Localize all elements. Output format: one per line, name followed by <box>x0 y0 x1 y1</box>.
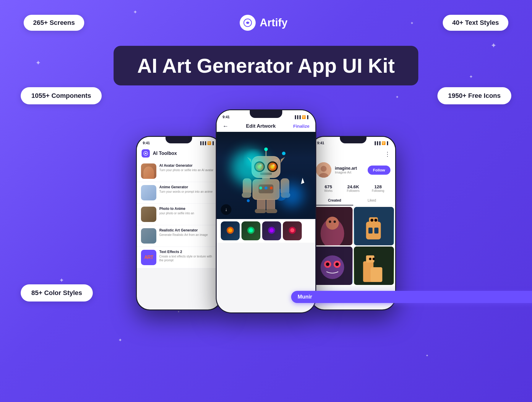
finalize-button[interactable]: Finalize <box>293 124 309 129</box>
svg-point-20 <box>265 187 267 189</box>
list-item[interactable]: Anime Generator Turn your words or promp… <box>137 182 221 204</box>
item-desc: your photo or selfie into an <box>159 211 217 215</box>
svg-point-8 <box>247 199 250 202</box>
svg-rect-11 <box>255 209 266 213</box>
svg-point-62 <box>371 219 374 222</box>
stat-number: 24.6K <box>341 184 366 189</box>
download-button[interactable]: ↓ <box>221 204 231 215</box>
logo-icon <box>240 15 256 31</box>
text-styles-badge: 40+ Text Styles <box>443 15 508 31</box>
svg-point-52 <box>321 166 327 172</box>
glow-cyan <box>231 150 267 185</box>
stat-number: 675 <box>316 184 341 189</box>
stat-number: 128 <box>366 184 390 189</box>
item-info-realistic: Realistic Art Generator Generate Realist… <box>159 228 217 237</box>
svg-point-1 <box>247 22 249 24</box>
svg-point-71 <box>335 262 339 266</box>
profile-info: imagine.art Imagine Art Follow <box>311 160 395 181</box>
item-info-photo-anime: Photo to Anime your photo or selfie into… <box>159 207 217 215</box>
svg-point-21 <box>270 187 273 189</box>
edit-artwork-title: Edit Artwork <box>246 123 275 129</box>
phone-center-screen: 9:41 ▐▐▐ 🛜 ▌ ← Edit Artwork Finalize <box>217 110 315 312</box>
profile-stats: 675 Works 24.6K Followers 128 Following <box>311 181 395 195</box>
list-item[interactable]: Realistic Art Generator Generate Realist… <box>137 225 221 247</box>
stat-followers: 24.6K Followers <box>341 184 366 192</box>
top-bar: 265+ Screens Artify 40+ Text Styles <box>0 15 532 31</box>
icons-badge: 1950+ Free Icons <box>437 87 511 104</box>
svg-rect-60 <box>366 222 381 239</box>
svg-point-63 <box>374 219 377 222</box>
thumbnail-item[interactable] <box>221 221 240 240</box>
item-title: Photo to Anime <box>159 207 217 211</box>
svg-point-75 <box>369 258 372 260</box>
item-thumb-anime <box>141 185 156 200</box>
main-title-container: AI Art Generator App UI Kit <box>113 46 418 85</box>
svg-point-39 <box>273 164 275 166</box>
more-options-icon[interactable]: ⋮ <box>385 150 390 158</box>
grid-item[interactable] <box>354 207 394 245</box>
stat-following: 128 Following <box>366 184 390 192</box>
svg-point-70 <box>326 262 330 266</box>
svg-point-6 <box>282 152 286 155</box>
thumbnail-item[interactable] <box>283 221 302 240</box>
thumbnail-item[interactable] <box>241 221 260 240</box>
phone-right: 9:41 ▐▐▐ 🛜 ▌ ⋮ <box>310 136 396 310</box>
back-button[interactable]: ← <box>223 123 228 129</box>
item-desc: Turn your photo or selfie into an AI ava… <box>159 168 217 172</box>
notch-left <box>166 137 192 143</box>
profile-username: imagine.art <box>335 166 364 171</box>
profile-handle: Imagine Art <box>335 171 364 174</box>
list-item[interactable]: ART Text Effects 2 Create a text effects… <box>137 247 221 268</box>
item-title: Realistic Art Generator <box>159 228 217 232</box>
svg-point-57 <box>329 221 331 223</box>
phones-container: 9:41 ▐▐▐ 🛜 ▌ AI Toolbox <box>0 109 532 313</box>
stat-works: 675 Works <box>316 184 341 192</box>
edit-artwork-header: ← Edit Artwork Finalize <box>217 120 315 132</box>
svg-rect-77 <box>371 267 382 282</box>
phone-left-screen: 9:41 ▐▐▐ 🛜 ▌ AI Toolbox <box>137 137 221 309</box>
toolbox-header: AI Toolbox <box>137 146 221 161</box>
cursor-icon <box>299 178 304 184</box>
artwork-main-image: ↓ <box>217 132 315 219</box>
glow-blue <box>280 184 304 207</box>
components-badge: 1055+ Components <box>21 87 102 104</box>
status-icons-center: ▐▐▐ 🛜 ▌ <box>294 115 309 119</box>
svg-point-46 <box>249 228 253 232</box>
profile-grid <box>311 206 395 286</box>
svg-rect-15 <box>242 192 251 198</box>
svg-rect-42 <box>274 159 278 162</box>
tab-created[interactable]: Created <box>316 195 353 205</box>
follow-button[interactable]: Follow <box>368 166 390 175</box>
avatar <box>316 162 331 178</box>
logo-text: Artify <box>260 17 288 29</box>
toolbox-logo <box>142 149 150 158</box>
grid-item[interactable] <box>312 207 353 245</box>
svg-point-67 <box>321 255 344 279</box>
item-thumb-avatar <box>141 163 156 179</box>
list-item[interactable]: AI Avatar Generator Turn your photo or s… <box>137 161 221 182</box>
screens-badge: 265+ Screens <box>24 15 84 31</box>
item-info-text: Text Effects 2 Create a text effects sty… <box>159 250 217 262</box>
svg-point-48 <box>270 228 274 232</box>
tab-liked[interactable]: Liked <box>353 195 390 205</box>
stat-label: Works <box>316 189 341 192</box>
munir-badge: Munir <box>291 291 532 303</box>
grid-item[interactable] <box>312 247 353 285</box>
svg-point-44 <box>228 228 232 232</box>
item-info-anime: Anime Generator Turn your words or promp… <box>159 185 217 194</box>
grid-item[interactable] <box>354 247 394 285</box>
item-info-avatar: AI Avatar Generator Turn your photo or s… <box>159 163 217 172</box>
item-title: Anime Generator <box>159 185 217 189</box>
notch-center <box>250 110 282 118</box>
item-desc: Generate Realistic Art from an image <box>159 233 217 237</box>
thumbnail-strip <box>217 219 315 243</box>
grid-image-robot <box>354 207 394 245</box>
svg-point-50 <box>290 228 294 232</box>
svg-point-25 <box>264 147 268 151</box>
list-item[interactable]: Photo to Anime your photo or selfie into… <box>137 204 221 225</box>
phone-right-screen: 9:41 ▐▐▐ 🛜 ▌ ⋮ <box>311 137 395 309</box>
svg-rect-65 <box>374 228 379 234</box>
item-thumb-text: ART <box>141 250 156 265</box>
thumbnail-item[interactable] <box>262 221 281 240</box>
svg-rect-12 <box>266 209 277 213</box>
